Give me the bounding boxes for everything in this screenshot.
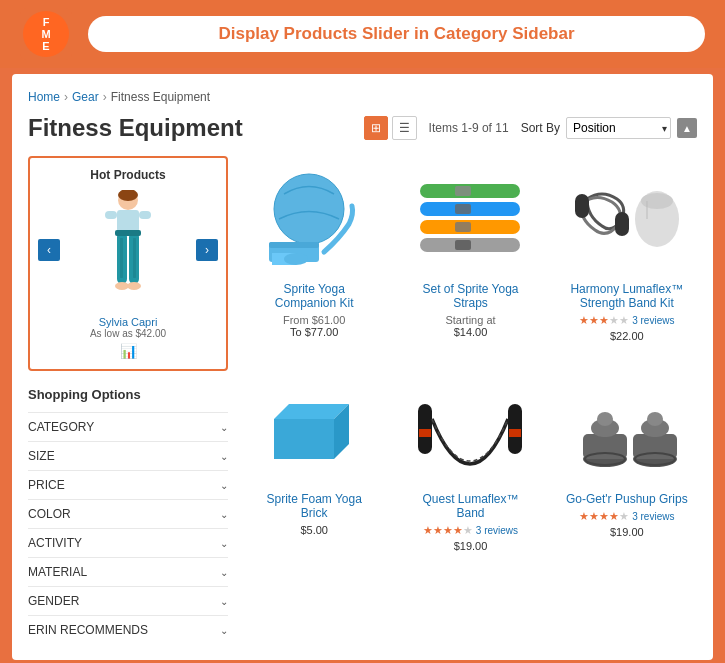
svg-rect-3 <box>105 211 117 219</box>
product-name-1[interactable]: Sprite Yoga Companion Kit <box>252 282 376 310</box>
product-price-1: From $61.00 To $77.00 <box>252 314 376 338</box>
svg-rect-7 <box>115 230 141 236</box>
content-row: Hot Products ‹ <box>28 156 697 644</box>
price-2: $14.00 <box>454 326 488 338</box>
price-4: $5.00 <box>300 524 328 536</box>
banner-title: Display Products Slider in Category Side… <box>218 24 574 43</box>
stars-3: ★★★★★ <box>579 314 629 327</box>
yoga-companion-kit-svg <box>254 164 374 274</box>
product-price-4: $5.00 <box>252 524 376 536</box>
filter-gender-label: GENDER <box>28 594 79 608</box>
product-name-5[interactable]: Quest Lumaflex™ Band <box>408 492 532 520</box>
slider-next-button[interactable]: › <box>196 239 218 261</box>
svg-point-10 <box>115 282 129 290</box>
sort-by-label: Sort By <box>521 121 560 135</box>
svg-rect-24 <box>455 204 471 214</box>
page-title: Fitness Equipment <box>28 114 352 142</box>
breadcrumb-home[interactable]: Home <box>28 90 60 104</box>
product-rating-5: ★★★★★ 3 reviews <box>408 524 532 537</box>
banner-title-bar: Display Products Slider in Category Side… <box>88 16 705 52</box>
filter-category-chevron: ⌄ <box>220 422 228 433</box>
price-starting-label-2: Starting at <box>445 314 495 326</box>
svg-rect-8 <box>120 238 123 278</box>
svg-marker-33 <box>274 419 334 459</box>
product-image-1 <box>252 164 376 274</box>
breadcrumb-sep2: › <box>103 90 107 104</box>
grid-view-button[interactable]: ⊞ <box>364 116 388 140</box>
yoga-brick-svg <box>254 374 374 484</box>
product-card-6: Go-Get'r Pushup Grips ★★★★★ 3 reviews $1… <box>557 366 697 560</box>
product-card-1: Sprite Yoga Companion Kit From $61.00 To… <box>244 156 384 350</box>
filter-activity-label: ACTIVITY <box>28 536 82 550</box>
filter-price[interactable]: PRICE ⌄ <box>28 470 228 499</box>
product-image-2 <box>408 164 532 274</box>
filter-gender[interactable]: GENDER ⌄ <box>28 586 228 615</box>
price-from-label-1: From $61.00 <box>283 314 345 326</box>
chart-icon: 📊 <box>38 343 218 359</box>
svg-rect-36 <box>419 429 431 437</box>
filter-size-label: SIZE <box>28 449 55 463</box>
product-price-5: $19.00 <box>408 540 532 552</box>
product-price-6: $19.00 <box>565 526 689 538</box>
logo: F M E <box>20 8 72 60</box>
filter-material-label: MATERIAL <box>28 565 87 579</box>
sidebar: Hot Products ‹ <box>28 156 228 644</box>
logo-inner: F M E <box>23 11 69 57</box>
list-view-button[interactable]: ☰ <box>392 116 417 140</box>
products-area: Sprite Yoga Companion Kit From $61.00 To… <box>244 156 697 644</box>
band-kit-svg <box>567 164 687 274</box>
sort-select[interactable]: Position Product Name Price <box>566 117 671 139</box>
jump-rope-svg <box>410 374 530 484</box>
product-rating-3: ★★★★★ 3 reviews <box>565 314 689 327</box>
filter-erin-recommends-chevron: ⌄ <box>220 625 228 636</box>
top-banner: F M E Display Products Slider in Categor… <box>0 0 725 68</box>
filter-category[interactable]: CATEGORY ⌄ <box>28 412 228 441</box>
filter-gender-chevron: ⌄ <box>220 596 228 607</box>
slider-image-area <box>78 190 178 310</box>
shopping-options-title: Shopping Options <box>28 387 228 402</box>
product-name-4[interactable]: Sprite Foam Yoga Brick <box>252 492 376 520</box>
view-icons: ⊞ ☰ <box>364 116 417 140</box>
filter-color[interactable]: COLOR ⌄ <box>28 499 228 528</box>
reviews-count-6[interactable]: 3 reviews <box>632 511 674 522</box>
product-name-2[interactable]: Set of Sprite Yoga Straps <box>408 282 532 310</box>
filter-activity[interactable]: ACTIVITY ⌄ <box>28 528 228 557</box>
items-count: Items 1-9 of 11 <box>429 121 509 135</box>
svg-point-18 <box>284 253 308 265</box>
reviews-count-3[interactable]: 3 reviews <box>632 315 674 326</box>
svg-rect-23 <box>455 186 471 196</box>
svg-rect-26 <box>455 240 471 250</box>
price-5: $19.00 <box>454 540 488 552</box>
product-image-5 <box>408 374 532 484</box>
shopping-options: Shopping Options CATEGORY ⌄ SIZE ⌄ PRICE… <box>28 387 228 644</box>
stars-6: ★★★★★ <box>579 510 629 523</box>
main-container: Home › Gear › Fitness Equipment Fitness … <box>12 74 713 660</box>
filter-size-chevron: ⌄ <box>220 451 228 462</box>
slider-product-price: As low as $42.00 <box>38 328 218 339</box>
slider-prev-button[interactable]: ‹ <box>38 239 60 261</box>
product-rating-6: ★★★★★ 3 reviews <box>565 510 689 523</box>
reviews-count-5[interactable]: 3 reviews <box>476 525 518 536</box>
yoga-capri-image <box>93 190 163 310</box>
filter-erin-recommends[interactable]: ERIN RECOMMENDS ⌄ <box>28 615 228 644</box>
page-title-row: Fitness Equipment ⊞ ☰ Items 1-9 of 11 So… <box>28 114 697 142</box>
breadcrumb: Home › Gear › Fitness Equipment <box>28 90 697 104</box>
breadcrumb-gear[interactable]: Gear <box>72 90 99 104</box>
pushup-grips-svg <box>567 374 687 484</box>
product-name-6[interactable]: Go-Get'r Pushup Grips <box>565 492 689 506</box>
svg-rect-4 <box>139 211 151 219</box>
price-6: $19.00 <box>610 526 644 538</box>
product-card-5: Quest Lumaflex™ Band ★★★★★ 3 reviews $19… <box>400 366 540 560</box>
filter-size[interactable]: SIZE ⌄ <box>28 441 228 470</box>
filter-color-label: COLOR <box>28 507 71 521</box>
svg-rect-15 <box>269 242 319 248</box>
svg-rect-42 <box>597 412 613 426</box>
product-name-3[interactable]: Harmony Lumaflex™ Strength Band Kit <box>565 282 689 310</box>
filter-material[interactable]: MATERIAL ⌄ <box>28 557 228 586</box>
product-card-2: Set of Sprite Yoga Straps Starting at $1… <box>400 156 540 350</box>
svg-rect-2 <box>117 210 139 232</box>
sort-arrow-button[interactable]: ▲ <box>677 118 697 138</box>
products-grid: Sprite Yoga Companion Kit From $61.00 To… <box>244 156 697 560</box>
svg-rect-38 <box>509 429 521 437</box>
breadcrumb-sep1: › <box>64 90 68 104</box>
